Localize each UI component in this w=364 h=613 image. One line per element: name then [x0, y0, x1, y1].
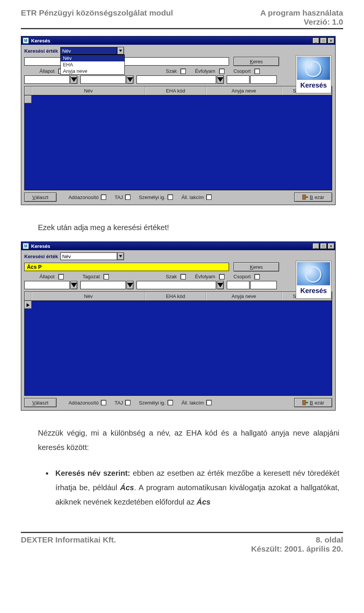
grid-body[interactable]	[24, 96, 332, 190]
adoaz-label: Adóazonosító	[69, 400, 99, 406]
evfolyam-label: Évfolyam	[195, 274, 215, 279]
grid-row-handle[interactable]	[25, 96, 31, 103]
titlebar[interactable]: M Keresés _ □ ×	[21, 242, 335, 250]
evfolyam-checkbox[interactable]	[219, 274, 224, 279]
svg-marker-9	[217, 283, 223, 287]
grid-body[interactable]	[24, 301, 332, 396]
szemig-checkbox[interactable]	[168, 400, 173, 405]
svg-marker-0	[119, 50, 122, 52]
keres-button[interactable]: Keres	[234, 262, 279, 271]
minimize-button[interactable]: _	[312, 243, 319, 249]
lakcim-checkbox[interactable]	[206, 400, 212, 405]
doc-header: ETR Pénzügyi közönségszolgálat modul A p…	[21, 8, 343, 28]
search-type-combo[interactable]: Név EHA Anyja neve	[60, 47, 125, 55]
lakcim-label: Áll. lakcím	[181, 400, 204, 406]
grid-current-row-handle[interactable]	[25, 301, 31, 309]
tagozat-checkbox[interactable]	[104, 274, 109, 279]
taj-label: TAJ	[115, 194, 123, 200]
search-type-combo[interactable]	[60, 252, 125, 260]
combo-option-anyja[interactable]: Anyja neve	[61, 68, 124, 74]
maximize-button[interactable]: □	[320, 243, 327, 249]
close-button[interactable]: ×	[328, 243, 334, 249]
col-anyja[interactable]: Anyja neve	[206, 86, 282, 95]
csoport-field[interactable]	[250, 75, 277, 84]
close-button[interactable]: ×	[328, 38, 334, 44]
allapot-field[interactable]	[24, 281, 70, 289]
valaszt-button[interactable]: Választ	[24, 193, 56, 202]
csoport-field[interactable]	[250, 281, 277, 289]
csoport-checkbox[interactable]	[254, 69, 260, 74]
magnifier-icon	[297, 56, 330, 80]
svg-marker-2	[127, 77, 133, 82]
szak-field[interactable]	[136, 281, 216, 289]
adoaz-checkbox[interactable]	[101, 400, 106, 405]
szak-field[interactable]	[136, 75, 216, 84]
window-title: Keresés	[31, 243, 50, 249]
combo-input[interactable]	[60, 47, 117, 55]
tagozat-dropdown-button[interactable]	[127, 281, 133, 289]
grid-rowselector-header	[25, 86, 31, 95]
bezar-button[interactable]: Bezár	[294, 193, 332, 202]
titlebar[interactable]: M Keresés _ □ ×	[21, 36, 335, 45]
bullet-ital-1: Ács	[120, 483, 134, 492]
taj-checkbox[interactable]	[125, 400, 130, 405]
evfolyam-field[interactable]	[227, 281, 249, 289]
minimize-button[interactable]: _	[312, 38, 319, 44]
lakcim-checkbox[interactable]	[206, 194, 212, 200]
search-badge: Keresés	[296, 261, 331, 299]
valaszt-button[interactable]: Választ	[24, 398, 56, 407]
combo-option-eha[interactable]: EHA	[61, 61, 124, 68]
col-nev[interactable]: Név	[31, 292, 145, 301]
allapot-dropdown-button[interactable]	[71, 281, 77, 289]
bullet-ital-2: Ács	[196, 498, 210, 506]
keres-button[interactable]: Keres	[234, 57, 279, 66]
szak-dropdown-button[interactable]	[217, 281, 224, 289]
tagozat-label: Tagozat	[83, 274, 100, 279]
grid-header: Név EHA kód Anyja neve Születési idő	[24, 292, 332, 301]
allapot-field[interactable]	[24, 75, 70, 84]
search-badge: Keresés	[296, 55, 331, 93]
szak-dropdown-button[interactable]	[217, 75, 224, 84]
csoport-checkbox[interactable]	[254, 274, 260, 279]
szak-checkbox[interactable]	[180, 274, 186, 279]
szak-checkbox[interactable]	[180, 69, 186, 74]
door-exit-icon	[302, 400, 308, 405]
evfolyam-field[interactable]	[227, 75, 249, 84]
maximize-button[interactable]: □	[320, 38, 327, 44]
combo-input[interactable]	[60, 252, 117, 260]
adoaz-checkbox[interactable]	[101, 194, 106, 200]
chevron-down-icon	[71, 77, 77, 82]
search-value-input[interactable]	[24, 263, 229, 271]
combo-button[interactable]	[117, 47, 124, 55]
header-rule	[21, 28, 343, 29]
csoport-label: Csoport	[234, 274, 251, 279]
col-anyja[interactable]: Anyja neve	[206, 292, 282, 301]
grid-header: Név EHA kód Anyja neve Születési idő	[24, 86, 332, 96]
chevron-down-icon	[119, 50, 122, 52]
svg-marker-5	[307, 196, 308, 198]
tagozat-field[interactable]	[80, 281, 126, 289]
footer-right-2: Készült: 2001. április 20.	[251, 544, 343, 553]
col-eha[interactable]: EHA kód	[145, 86, 206, 95]
col-eha[interactable]: EHA kód	[145, 292, 206, 301]
combo-dropdown[interactable]: Név EHA Anyja neve	[60, 55, 125, 75]
allapot-checkbox[interactable]	[58, 274, 64, 279]
search-window-1: M Keresés _ □ × Keresés Keresési érték N…	[21, 36, 336, 205]
allapot-dropdown-button[interactable]	[71, 75, 77, 84]
body-line-2: Nézzük végig, mi a különbség a név, az E…	[25, 426, 339, 455]
tagozat-dropdown-button[interactable]	[127, 75, 133, 84]
combo-option-nev[interactable]: Név	[61, 55, 124, 61]
szemig-label: Személyi ig.	[139, 194, 165, 200]
tagozat-field[interactable]	[80, 75, 126, 84]
szak-label: Szak	[166, 274, 177, 279]
svg-marker-7	[71, 283, 77, 287]
search-value-input[interactable]	[24, 57, 229, 66]
szemig-checkbox[interactable]	[168, 194, 173, 200]
window-title: Keresés	[31, 38, 50, 44]
combo-button[interactable]	[117, 252, 124, 260]
taj-checkbox[interactable]	[125, 194, 130, 200]
bezar-button[interactable]: Bezár	[294, 398, 332, 407]
col-nev[interactable]: Név	[31, 86, 145, 95]
bullet-lead: Keresés név szerint:	[55, 469, 130, 477]
evfolyam-checkbox[interactable]	[219, 69, 224, 74]
